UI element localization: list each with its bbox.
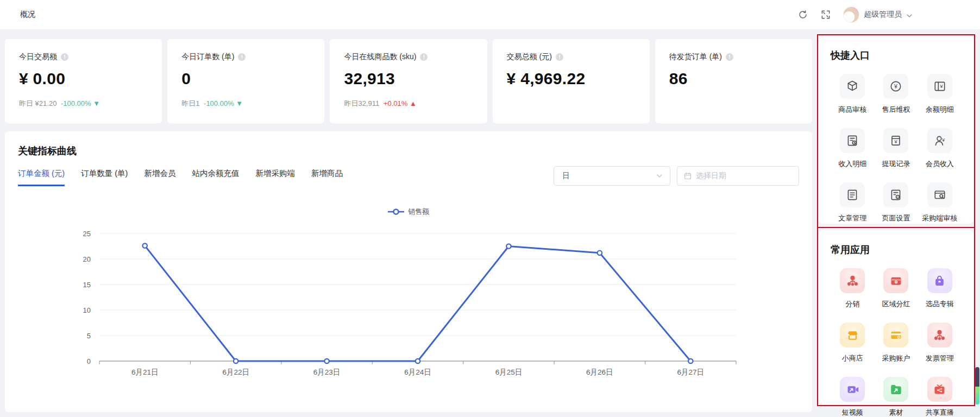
user-name: 超级管理员: [864, 10, 902, 20]
common-app-item[interactable]: 发票管理: [926, 323, 954, 363]
stat-card: 今日订单数 (单)!0昨日1 -100.00% ▼: [167, 39, 324, 123]
quick-entry-item[interactable]: 收入明细: [838, 128, 866, 169]
svg-text:6月21日: 6月21日: [131, 368, 159, 376]
svg-text:10: 10: [83, 306, 91, 314]
common-app-item[interactable]: 选品专辑: [926, 268, 954, 309]
svg-text:5: 5: [87, 332, 91, 340]
quick-entry-item[interactable]: 采购端审核: [922, 182, 957, 223]
quick-entry-item-label: 提现记录: [882, 159, 910, 169]
member-income-icon: ¥: [927, 128, 952, 153]
common-app-item[interactable]: 素材: [883, 377, 908, 417]
info-icon[interactable]: !: [420, 53, 428, 61]
annotation-divider-line: [817, 227, 975, 228]
common-app-item-label: 选品专辑: [926, 299, 954, 309]
stat-card-value: ¥ 4,969.22: [507, 70, 636, 88]
quick-entry-grid: 商品审核¥售后维权¥余额明细收入明细¥提现记录¥会员收入文章管理页面设置采购端审…: [831, 74, 962, 223]
info-icon[interactable]: !: [726, 53, 733, 61]
common-app-item[interactable]: 采购账户: [882, 323, 910, 363]
period-select-value: 日: [562, 171, 656, 181]
svg-text:6月25日: 6月25日: [495, 368, 523, 376]
metric-tab[interactable]: 订单数量 (单): [81, 168, 128, 186]
quick-entry-item-label: 余额明细: [926, 105, 954, 115]
stat-card-subtext: 昨日1 -100.00% ▼: [181, 99, 310, 109]
legend-label: 销售额: [408, 207, 429, 217]
svg-text:15: 15: [83, 281, 91, 289]
fullscreen-icon[interactable]: [820, 9, 831, 20]
stat-card-label: 今日交易额!: [19, 52, 148, 62]
shared-live-icon: [927, 377, 952, 402]
quick-entry-item-label: 商品审核: [838, 105, 866, 115]
svg-text:6月27日: 6月27日: [677, 368, 705, 376]
quick-entry-item[interactable]: 文章管理: [838, 182, 866, 223]
common-app-item[interactable]: 短视频: [840, 377, 865, 417]
chevron-down-icon: [656, 172, 663, 180]
common-apps-grid: 分销区域分红选品专辑小商店采购账户发票管理短视频素材共享直播: [831, 268, 962, 417]
legend-item-sales[interactable]: 销售额: [388, 207, 429, 217]
stat-card-label-text: 待发货订单 (单): [669, 52, 722, 62]
refresh-icon[interactable]: [797, 9, 808, 20]
top-bar: 概况 超级管理员: [0, 0, 980, 30]
quick-entry-item-label: 收入明细: [838, 159, 866, 169]
common-app-item[interactable]: 分销: [840, 268, 865, 309]
scrollbar-thumb[interactable]: [975, 367, 979, 387]
svg-text:6月24日: 6月24日: [404, 368, 431, 376]
svg-text:¥: ¥: [894, 83, 898, 90]
page-title: 概况: [20, 10, 35, 20]
common-app-item[interactable]: 区域分红: [882, 268, 910, 309]
scrollbar[interactable]: [975, 367, 979, 405]
shop-icon: [840, 323, 865, 348]
metric-tab[interactable]: 订单金额 (元): [18, 168, 65, 186]
common-app-item[interactable]: 小商店: [840, 323, 865, 363]
quick-entry-item[interactable]: 商品审核: [838, 74, 866, 115]
stat-prev-value: 昨日 ¥21.20: [19, 99, 56, 108]
quick-entry-item-label: 会员收入: [926, 159, 954, 169]
quick-entry-item[interactable]: 页面设置: [882, 182, 910, 223]
stat-prev-value: 昨日1: [181, 99, 199, 108]
stat-card-label-text: 今日在线商品数 (sku): [344, 52, 416, 62]
stat-card-value: 86: [669, 70, 798, 88]
purchase-account-icon: [883, 323, 908, 348]
green-indicator[interactable]: [975, 387, 979, 405]
sales-chart: 05101520256月21日6月22日6月23日6月24日6月25日6月26日…: [18, 224, 799, 394]
stat-card-label: 待发货订单 (单)!: [669, 52, 798, 62]
panel-title: 关键指标曲线: [18, 144, 799, 157]
stat-card-label-text: 今日交易额: [19, 52, 57, 62]
common-app-item-label: 发票管理: [926, 353, 954, 363]
quick-entry-item[interactable]: ¥售后维权: [882, 74, 910, 115]
quick-entry-item[interactable]: ¥余额明细: [926, 74, 954, 115]
quick-entry-item[interactable]: ¥提现记录: [882, 128, 910, 169]
user-avatar: [843, 7, 859, 23]
quick-entry-item-label: 采购端审核: [922, 213, 957, 223]
metric-tab[interactable]: 站内余额充值: [192, 168, 239, 186]
common-apps-card: 常用应用 分销区域分红选品专辑小商店采购账户发票管理短视频素材共享直播: [819, 230, 973, 404]
distribution-icon: [840, 268, 865, 293]
quick-entry-card: 快捷入口 商品审核¥售后维权¥余额明细收入明细¥提现记录¥会员收入文章管理页面设…: [819, 36, 973, 224]
common-app-item[interactable]: 共享直播: [926, 377, 954, 417]
metric-tab[interactable]: 新增采购端: [255, 168, 295, 186]
stat-card-label-text: 今日订单数 (单): [181, 52, 234, 62]
stat-card-label: 今日订单数 (单)!: [181, 52, 310, 62]
stat-card-label: 交易总额 (元)!: [507, 52, 636, 62]
sales-chart-svg: 05101520256月21日6月22日6月23日6月24日6月25日6月26日…: [18, 224, 799, 391]
quick-entry-item[interactable]: ¥会员收入: [926, 128, 954, 169]
metric-tab[interactable]: 新增商品: [311, 168, 343, 186]
info-icon[interactable]: !: [556, 53, 563, 61]
info-icon[interactable]: !: [61, 53, 68, 61]
info-icon[interactable]: !: [238, 53, 246, 61]
album-icon: [927, 268, 952, 293]
material-icon: [883, 377, 908, 402]
user-menu[interactable]: 超级管理员: [843, 7, 913, 23]
common-app-item-label: 短视频: [842, 408, 863, 417]
stat-card: 今日在线商品数 (sku)!32,913昨日32,911 +0.01% ▲: [330, 39, 487, 123]
stat-card-subtext: 昨日 ¥21.20 -100.00% ▼: [19, 99, 148, 109]
metric-tab[interactable]: 新增会员: [144, 168, 175, 186]
common-app-item-label: 素材: [889, 408, 903, 417]
svg-text:0: 0: [87, 357, 91, 365]
legend-marker-icon: [388, 208, 404, 215]
calendar-icon: [684, 172, 692, 180]
period-select[interactable]: 日: [554, 166, 670, 186]
date-picker[interactable]: 选择日期: [677, 166, 799, 186]
common-app-item-label: 分销: [845, 299, 859, 309]
metric-tabs: 订单金额 (元)订单数量 (单)新增会员站内余额充值新增采购端新增商品: [18, 168, 343, 186]
common-app-item-label: 区域分红: [882, 299, 910, 309]
